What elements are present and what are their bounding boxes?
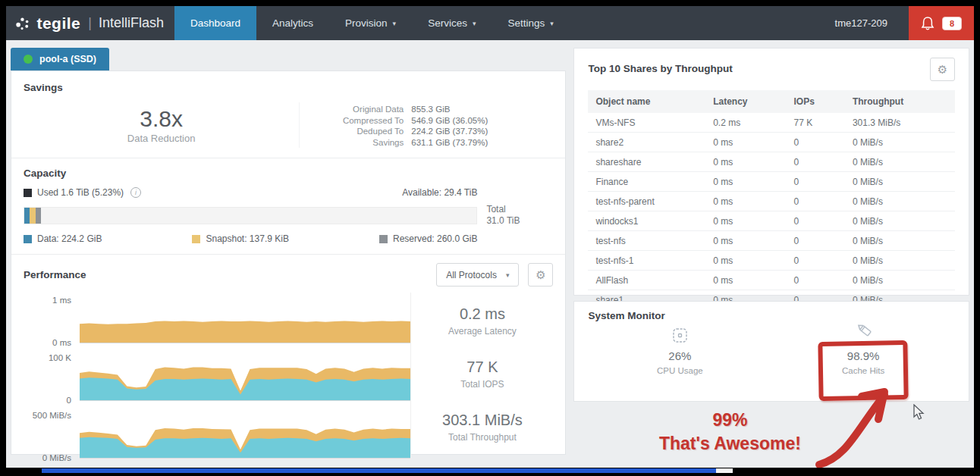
capacity-title: Capacity — [24, 168, 553, 179]
performance-title: Performance — [24, 269, 86, 280]
video-progress-fill — [42, 468, 716, 473]
navbar-right: tme127-209 8 — [835, 6, 974, 40]
protocol-filter-dropdown[interactable]: All Protocols ▾ — [436, 263, 519, 287]
notification-count-badge[interactable]: 8 — [942, 17, 962, 30]
table-row[interactable]: share20 ms00 MiB/s — [588, 133, 955, 152]
cache-hits-metric: 98.9% Cache Hits — [771, 323, 955, 375]
top-navbar: tegile | IntelliFlash Dashboard Analytic… — [6, 6, 974, 40]
savings-detail-list: Original Data 855.3 GiB Compressed To 54… — [299, 102, 553, 148]
chevron-down-icon: ▾ — [550, 20, 554, 27]
nav-tab-settings[interactable]: Settings ▾ — [492, 6, 569, 40]
nav-tab-services[interactable]: Services ▾ — [412, 6, 492, 40]
savings-row: Deduped To 224.2 GiB (37.73%) — [300, 126, 553, 137]
main-nav: Dashboard Analytics Provision ▾ Services… — [174, 6, 570, 40]
legend-item-data: Data: 224.2 GiB — [24, 233, 102, 244]
table-header-row: Object name Latency IOPs Throughput — [588, 90, 955, 113]
cpu-usage-metric: 26% CPU Usage — [588, 323, 771, 375]
pool-selector-tab[interactable]: pool-a (SSD) — [11, 48, 109, 70]
capacity-legend: Data: 224.2 GiB Snapshot: 137.9 KiB Rese… — [24, 233, 477, 244]
savings-row: Original Data 855.3 GiB — [300, 104, 553, 115]
notifications-button[interactable]: 8 — [909, 6, 974, 40]
top-shares-panel: Top 10 Shares by Throughput ⚙ Object nam… — [573, 48, 969, 296]
video-progress-bar[interactable] — [0, 468, 980, 476]
throughput-chart[interactable] — [80, 411, 410, 459]
top-shares-table: Object name Latency IOPs Throughput VMs-… — [588, 90, 955, 309]
total-throughput-stat: 303.1 MiB/s Total Throughput — [411, 401, 553, 454]
table-row[interactable]: windocks10 ms00 MiB/s — [588, 211, 955, 231]
capacity-section: Capacity Used 1.6 TiB (5.23%) i Availabl… — [24, 168, 553, 244]
savings-title: Savings — [24, 82, 553, 93]
bell-icon — [921, 16, 934, 31]
capacity-used: Used 1.6 TiB (5.23%) i — [24, 187, 141, 198]
capacity-reserved-segment — [36, 208, 41, 224]
table-row[interactable]: shareshare0 ms00 MiB/s — [588, 152, 955, 172]
performance-stats: 0.2 ms Average Latency 77 K Total IOPS 3… — [410, 293, 553, 459]
table-row[interactable]: Finance0 ms00 MiB/s — [588, 172, 955, 192]
capacity-snapshot-segment — [30, 208, 36, 224]
info-icon[interactable]: i — [130, 187, 141, 198]
col-object-name[interactable]: Object name — [588, 90, 705, 113]
logo-brand-text: tegile — [36, 14, 80, 33]
nav-tab-dashboard[interactable]: Dashboard — [174, 6, 256, 40]
logo-product-text: IntelliFlash — [99, 15, 164, 31]
nav-tab-provision[interactable]: Provision ▾ — [329, 6, 412, 40]
logo-separator: | — [88, 15, 92, 31]
snapshot-swatch-icon — [192, 235, 200, 243]
divider — [11, 158, 565, 158]
divider — [11, 254, 565, 255]
legend-item-snapshot: Snapshot: 137.9 KiB — [192, 233, 288, 244]
average-latency-stat: 0.2 ms Average Latency — [411, 294, 553, 347]
reserved-swatch-icon — [379, 235, 388, 243]
iops-chart[interactable] — [80, 353, 410, 401]
gear-icon: ⚙ — [536, 268, 545, 282]
top-shares-settings-button[interactable]: ⚙ — [930, 58, 955, 81]
used-label: Used 1.6 TiB (5.23%) — [37, 187, 124, 198]
cpu-chip-icon — [670, 325, 690, 346]
top-shares-title: Top 10 Shares by Throughput — [588, 58, 732, 74]
capacity-usage-bar — [24, 207, 477, 224]
mouse-cursor — [913, 404, 925, 421]
red-arrow-annotation — [813, 380, 900, 474]
pool-tab-label: pool-a (SSD) — [39, 54, 96, 64]
video-progress-remainder — [716, 468, 733, 473]
screenshot-frame: tegile | IntelliFlash Dashboard Analytic… — [0, 0, 980, 476]
data-reduction-value: 3.8x — [24, 106, 299, 132]
pool-panel: Savings 3.8x Data Reduction Original Dat… — [11, 70, 566, 455]
latency-chart-row: 1 ms 0 ms — [24, 296, 410, 343]
system-monitor-panel: System Monitor 26% CPU Usage — [573, 301, 969, 402]
pencil-icon — [850, 323, 876, 346]
table-row[interactable]: test-nfs-parent0 ms00 MiB/s — [588, 192, 955, 211]
performance-charts: 1 ms 0 ms 100 K — [24, 293, 410, 459]
iops-ymin-label: 0 — [24, 396, 71, 405]
throughput-chart-row: 500 MiB/s 0 MiB/s — [24, 411, 410, 459]
latency-ymax-label: 1 ms — [24, 296, 71, 305]
col-throughput[interactable]: Throughput — [845, 90, 955, 113]
performance-settings-button[interactable]: ⚙ — [528, 263, 553, 287]
pool-online-status-icon — [24, 55, 33, 64]
col-iops[interactable]: IOPs — [787, 90, 845, 113]
right-column: Top 10 Shares by Throughput ⚙ Object nam… — [573, 48, 969, 470]
throughput-ymax-label: 500 MiB/s — [24, 411, 71, 420]
hostname-label: tme127-209 — [835, 6, 887, 40]
savings-row: Compressed To 546.9 GiB (36.05%) — [300, 115, 553, 127]
dashboard-content: pool-a (SSD) Savings 3.8x Data Reduction — [6, 40, 974, 470]
app-window: tegile | IntelliFlash Dashboard Analytic… — [6, 6, 974, 470]
capacity-total: Total 31.0 TiB — [486, 204, 520, 227]
nav-tab-analytics[interactable]: Analytics — [256, 6, 329, 40]
savings-row: Savings 631.1 GiB (73.79%) — [300, 137, 553, 149]
data-reduction-label: Data Reduction — [24, 133, 299, 144]
data-swatch-icon — [24, 235, 32, 243]
table-row[interactable]: test-nfs-10 ms00 MiB/s — [588, 251, 955, 271]
capacity-data-segment — [24, 208, 30, 224]
chevron-down-icon: ▾ — [393, 20, 397, 27]
table-row[interactable]: AllFlash0 ms00 MiB/s — [588, 271, 955, 290]
pool-column: pool-a (SSD) Savings 3.8x Data Reduction — [11, 48, 566, 470]
table-row[interactable]: test-nfs0 ms00 MiB/s — [588, 231, 955, 251]
table-row[interactable]: VMs-NFS0.2 ms77 K301.3 MiB/s — [588, 113, 955, 133]
system-monitor-title: System Monitor — [588, 310, 955, 321]
iops-chart-row: 100 K 0 — [24, 353, 410, 401]
latency-chart[interactable] — [80, 296, 410, 343]
col-latency[interactable]: Latency — [705, 90, 786, 113]
data-reduction-metric: 3.8x Data Reduction — [24, 102, 299, 148]
performance-section: Performance All Protocols ▾ ⚙ — [24, 263, 553, 459]
